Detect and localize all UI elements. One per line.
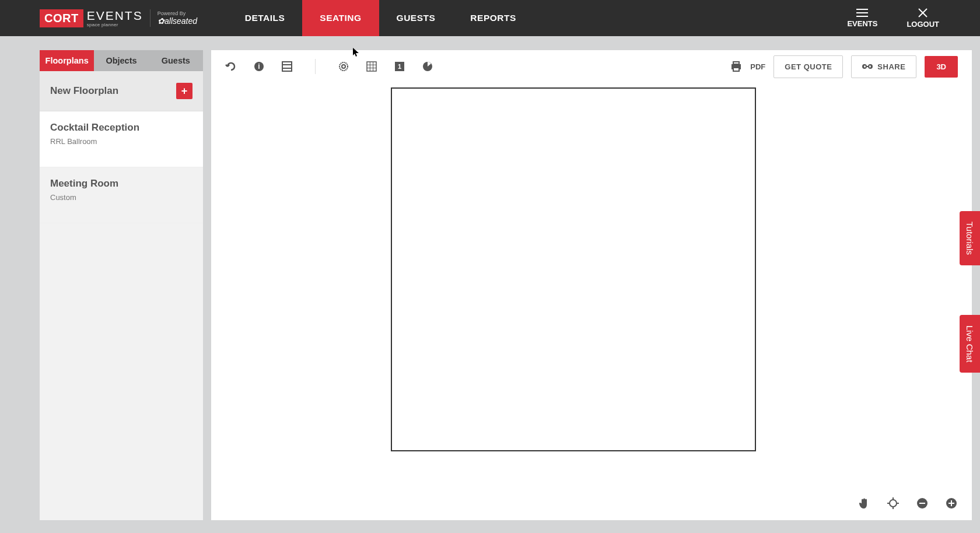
svg-rect-3: [856, 16, 868, 17]
svg-rect-13: [367, 62, 376, 71]
canvas-footer-controls: [858, 497, 958, 510]
pan-button[interactable]: [858, 497, 870, 510]
sidebar: Floorplans Objects Guests New Floorplan …: [40, 50, 203, 520]
plus-circle-icon: [946, 497, 957, 509]
share-label: SHARE: [877, 62, 905, 71]
svg-rect-32: [919, 503, 925, 504]
svg-point-24: [863, 65, 866, 68]
logo-area: CORT EVENTS space planner Powered By ✿al…: [0, 0, 204, 36]
toolbar-divider: [315, 59, 316, 74]
svg-rect-2: [856, 12, 868, 13]
info-icon: i: [254, 61, 264, 72]
allseated-logo-text: ✿allseated: [158, 16, 204, 26]
logout-label: LOGOUT: [907, 20, 939, 29]
nav-details[interactable]: DETAILS: [228, 0, 303, 36]
undo-icon: [225, 61, 237, 72]
minus-circle-icon: [916, 497, 928, 509]
floorplan-item-cocktail[interactable]: Cocktail Reception RRL Ballroom: [40, 111, 203, 167]
floorplan-boundary[interactable]: [391, 87, 756, 451]
svg-rect-22: [733, 62, 739, 64]
svg-point-11: [340, 62, 348, 71]
canvas-area: i 1: [211, 50, 972, 520]
pie-toggle-button[interactable]: [422, 61, 433, 72]
toolbar-left: i 1: [225, 59, 433, 74]
svg-text:i: i: [258, 62, 260, 71]
undo-button[interactable]: [225, 61, 237, 72]
floorplan-subtitle: Custom: [50, 193, 192, 202]
tutorials-tab[interactable]: Tutorials: [960, 211, 980, 265]
svg-rect-23: [733, 68, 739, 71]
link-icon: [862, 64, 873, 69]
number-toggle-button[interactable]: 1: [394, 61, 405, 72]
toolbar-right: PDF GET QUOTE SHARE 3D: [730, 55, 958, 78]
canvas-main[interactable]: [211, 83, 972, 520]
zoom-in-button[interactable]: [945, 497, 958, 510]
main-nav: DETAILS SEATING GUESTS REPORTS: [228, 0, 534, 36]
layout-button[interactable]: [281, 61, 293, 72]
new-floorplan-row: New Floorplan +: [40, 71, 203, 111]
events-label: EVENTS: [847, 19, 877, 28]
3d-button[interactable]: 3D: [925, 56, 958, 78]
print-icon: [730, 61, 742, 72]
spaceplanner-text: space planner: [87, 23, 143, 27]
menu-icon: [856, 9, 868, 17]
tab-floorplans[interactable]: Floorplans: [40, 50, 94, 71]
settings-button[interactable]: [338, 61, 349, 72]
print-button[interactable]: [730, 61, 742, 72]
svg-point-25: [869, 65, 872, 68]
hand-icon: [859, 497, 869, 509]
cort-logo: CORT: [40, 9, 83, 27]
nav-seating[interactable]: SEATING: [302, 0, 379, 36]
info-button[interactable]: i: [253, 61, 265, 72]
gear-icon: [338, 61, 349, 72]
events-logo-text: EVENTS: [87, 9, 143, 22]
powered-by-text: Powered By: [158, 10, 204, 17]
floorplan-title: Meeting Room: [50, 178, 192, 190]
svg-rect-8: [282, 62, 292, 71]
new-floorplan-label: New Floorplan: [50, 85, 118, 97]
layout-icon: [282, 61, 292, 72]
logout-button[interactable]: LOGOUT: [907, 8, 939, 29]
top-navigation-bar: CORT EVENTS space planner Powered By ✿al…: [0, 0, 980, 36]
floorplan-item-meeting[interactable]: Meeting Room Custom: [40, 167, 203, 223]
allseated-icon: ✿allseated: [158, 16, 204, 26]
tab-objects[interactable]: Objects: [94, 50, 148, 71]
target-icon: [887, 497, 899, 509]
number-box-icon: 1: [394, 61, 405, 72]
svg-rect-1: [856, 9, 868, 10]
topbar-right: EVENTS LOGOUT: [818, 0, 980, 36]
add-floorplan-button[interactable]: +: [176, 83, 192, 99]
zoom-out-button[interactable]: [916, 497, 929, 510]
nav-reports[interactable]: REPORTS: [453, 0, 533, 36]
canvas-toolbar: i 1: [211, 50, 972, 83]
events-menu-button[interactable]: EVENTS: [847, 9, 877, 28]
floorplan-title: Cocktail Reception: [50, 122, 192, 134]
nav-guests[interactable]: GUESTS: [379, 0, 453, 36]
sidebar-tabs: Floorplans Objects Guests: [40, 50, 203, 71]
pie-icon: [422, 61, 433, 72]
center-button[interactable]: [887, 497, 900, 510]
workspace: Floorplans Objects Guests New Floorplan …: [0, 36, 980, 533]
pdf-button[interactable]: PDF: [750, 62, 765, 71]
svg-point-12: [342, 65, 345, 68]
grid-button[interactable]: [366, 61, 377, 72]
get-quote-button[interactable]: GET QUOTE: [774, 55, 843, 78]
close-icon: [918, 8, 928, 17]
floorplan-subtitle: RRL Ballroom: [50, 137, 192, 146]
svg-text:1: 1: [398, 63, 401, 70]
svg-rect-35: [951, 500, 952, 506]
plus-icon: +: [181, 85, 188, 97]
tab-guests-sidebar[interactable]: Guests: [149, 50, 203, 71]
live-chat-tab[interactable]: Live Chat: [960, 315, 980, 373]
svg-point-26: [890, 500, 897, 507]
share-button[interactable]: SHARE: [851, 55, 916, 78]
svg-text:✿allseated: ✿allseated: [158, 16, 198, 26]
grid-icon: [366, 61, 377, 72]
logo-divider: [150, 9, 150, 27]
